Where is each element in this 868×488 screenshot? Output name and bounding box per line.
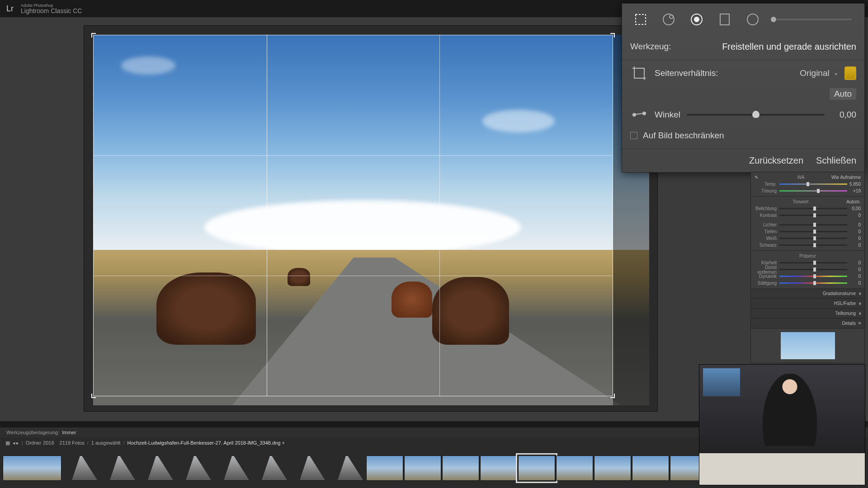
- develop-basic-panel: ✎ WA Wie Aufnahme Temp.5.850 Tönung+19 T…: [750, 172, 865, 363]
- presence-header: Präsenz: [755, 253, 861, 259]
- blacks-label: Schwarz: [755, 243, 779, 248]
- shadows-slider[interactable]: [779, 231, 847, 232]
- wb-mode-dropdown[interactable]: Wie Aufnahme: [831, 175, 861, 180]
- tone-header: Tonwert: [793, 198, 808, 205]
- vibrance-slider[interactable]: [779, 276, 847, 277]
- lock-icon[interactable]: [844, 66, 856, 80]
- app-logo: Lr: [4, 2, 16, 15]
- panel-detail[interactable]: Details: [751, 319, 864, 328]
- dehaze-slider[interactable]: [779, 269, 847, 270]
- nav-back-icon[interactable]: ◂: [13, 440, 15, 446]
- exposure-label: Belichtung: [755, 206, 779, 211]
- filmstrip-thumb[interactable]: [442, 455, 479, 481]
- highlights-slider[interactable]: [779, 224, 847, 225]
- saturation-slider[interactable]: [779, 282, 847, 284]
- photo-count: 2119 Fotos: [60, 440, 85, 446]
- aspect-dropdown[interactable]: Original ▾: [800, 68, 837, 78]
- filmstrip-thumb[interactable]: [366, 455, 403, 481]
- saturation-label: Sättigung: [755, 281, 779, 286]
- tool-name: Freistellen und gerade ausrichten: [722, 42, 856, 52]
- shadows-label: Tiefen: [755, 229, 779, 234]
- overlay-mode-dropdown[interactable]: Immer: [62, 430, 76, 435]
- folder-value[interactable]: 2018: [43, 440, 54, 446]
- photo: [93, 35, 649, 405]
- auto-tone-button[interactable]: Autom.: [846, 199, 861, 204]
- temp-slider[interactable]: [779, 183, 847, 185]
- tint-label: Tönung: [755, 188, 779, 193]
- dehaze-value: 0: [847, 267, 861, 272]
- angle-slider[interactable]: [687, 114, 825, 116]
- clarity-slider[interactable]: [779, 262, 847, 263]
- filmstrip-thumb[interactable]: [518, 455, 555, 481]
- detail-preview: [781, 332, 835, 359]
- filmstrip-thumb[interactable]: [480, 455, 517, 481]
- angle-value: 0,00: [831, 110, 856, 120]
- crop-tool-panel: Werkzeug: Freistellen und gerade ausrich…: [622, 3, 865, 173]
- whites-label: Weiß: [755, 236, 779, 241]
- filmstrip-thumb[interactable]: [594, 455, 631, 481]
- whites-value: 0: [847, 236, 861, 241]
- grid-view-icon[interactable]: ▦: [5, 440, 10, 446]
- close-button[interactable]: Schließen: [816, 155, 856, 166]
- svg-point-11: [643, 112, 646, 115]
- svg-rect-0: [636, 14, 646, 24]
- filmstrip-thumb[interactable]: [62, 455, 99, 481]
- filmstrip-thumb[interactable]: [404, 455, 441, 481]
- svg-rect-5: [720, 14, 729, 25]
- filename-dropdown-icon[interactable]: ▾: [282, 440, 285, 446]
- auto-straighten-button[interactable]: Auto: [830, 88, 856, 100]
- vibrance-value: 0: [847, 274, 861, 279]
- contrast-slider[interactable]: [779, 215, 847, 216]
- tool-strip: [630, 9, 856, 30]
- dehaze-label: Dunst entfernen: [755, 265, 779, 275]
- image-canvas[interactable]: [84, 25, 658, 412]
- aspect-icon[interactable]: [630, 64, 648, 82]
- radial-filter-icon[interactable]: [742, 9, 763, 30]
- panel-hsl[interactable]: HSL/Farbe: [751, 299, 864, 309]
- graduated-filter-icon[interactable]: [714, 9, 735, 30]
- svg-point-7: [771, 17, 776, 22]
- filmstrip-thumb[interactable]: [328, 455, 365, 481]
- exposure-value: 0,00: [847, 206, 861, 211]
- blacks-value: 0: [847, 243, 861, 248]
- blacks-slider[interactable]: [779, 244, 847, 246]
- shadows-value: 0: [847, 229, 861, 234]
- angle-label: Winkel: [655, 110, 680, 120]
- overlay-mode-label: Werkzeugüberlagerung:: [6, 430, 59, 435]
- svg-point-2: [670, 15, 673, 19]
- webcam-overlay: [699, 364, 865, 485]
- filmstrip-thumb[interactable]: [138, 455, 175, 481]
- filmstrip-thumb[interactable]: [3, 455, 61, 481]
- angle-icon[interactable]: [630, 106, 648, 124]
- adjustment-brush-icon[interactable]: [770, 9, 852, 30]
- filmstrip-thumb[interactable]: [556, 455, 593, 481]
- tint-slider[interactable]: [779, 190, 847, 192]
- filmstrip-thumb[interactable]: [176, 455, 213, 481]
- reset-button[interactable]: Zurücksetzen: [749, 155, 803, 166]
- crop-icon[interactable]: [630, 9, 651, 30]
- nav-fwd-icon[interactable]: ▸: [16, 440, 19, 446]
- clarity-value: 0: [847, 260, 861, 265]
- tint-value: +19: [847, 188, 861, 193]
- svg-point-6: [747, 14, 758, 25]
- whites-slider[interactable]: [779, 238, 847, 239]
- wb-label: WA: [782, 175, 807, 180]
- app-name: Lightroom Classic CC: [21, 8, 82, 14]
- panel-split-toning[interactable]: Teiltonung: [751, 309, 864, 319]
- filmstrip-thumb[interactable]: [252, 455, 289, 481]
- redeye-icon[interactable]: [686, 9, 707, 30]
- svg-point-4: [694, 17, 699, 22]
- aspect-label: Seitenverhältnis:: [655, 68, 718, 78]
- constrain-checkbox[interactable]: [630, 132, 637, 139]
- current-filename: Hochzeit-Ludwigshafen-Full-Benkesser-27.…: [127, 440, 281, 446]
- filmstrip-thumb[interactable]: [632, 455, 669, 481]
- tool-label: Werkzeug:: [630, 42, 671, 52]
- spot-heal-icon[interactable]: [658, 9, 679, 30]
- filmstrip-thumb[interactable]: [290, 455, 327, 481]
- selected-count: 1 ausgewählt: [91, 440, 121, 446]
- filmstrip-thumb[interactable]: [100, 455, 137, 481]
- panel-tone-curve[interactable]: Gradationskurve: [751, 289, 864, 299]
- temp-value: 5.850: [847, 182, 861, 187]
- exposure-slider[interactable]: [779, 208, 847, 209]
- filmstrip-thumb[interactable]: [214, 455, 251, 481]
